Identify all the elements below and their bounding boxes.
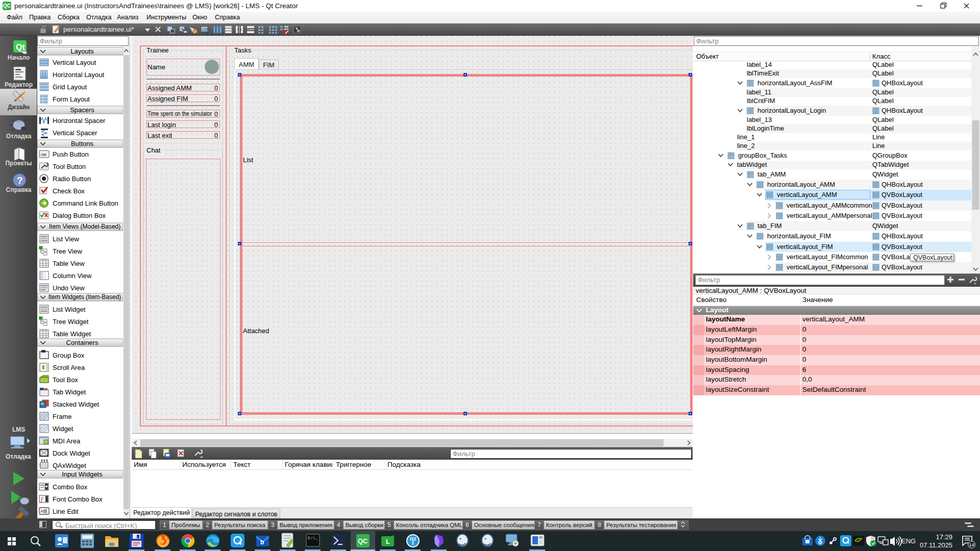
svg-text:123: 123 — [202, 28, 208, 31]
svg-text:Containers: Containers — [66, 339, 99, 346]
svg-text:L: L — [386, 538, 390, 545]
svg-text:Отладка: Отладка — [6, 453, 31, 460]
svg-text:LMS: LMS — [12, 426, 25, 433]
svg-text:Buttons: Buttons — [71, 140, 94, 147]
svg-text:Spacers: Spacers — [70, 106, 94, 114]
svg-text:QC: QC — [358, 537, 368, 545]
svg-text:AB: AB — [40, 509, 46, 514]
svg-text:OK: OK — [41, 153, 47, 157]
svg-text:C:\_: C:\_ — [308, 536, 317, 540]
svg-text:Item Views (Model-Based): Item Views (Model-Based) — [49, 223, 121, 230]
svg-text:?: ? — [17, 175, 23, 186]
svg-text:Input Widgets: Input Widgets — [62, 470, 103, 478]
svg-text:Qt: Qt — [16, 43, 25, 52]
svg-text:Item Widgets (Item-Based): Item Widgets (Item-Based) — [48, 293, 121, 300]
svg-text:b: b — [260, 539, 264, 546]
svg-text:Layouts: Layouts — [70, 47, 94, 55]
